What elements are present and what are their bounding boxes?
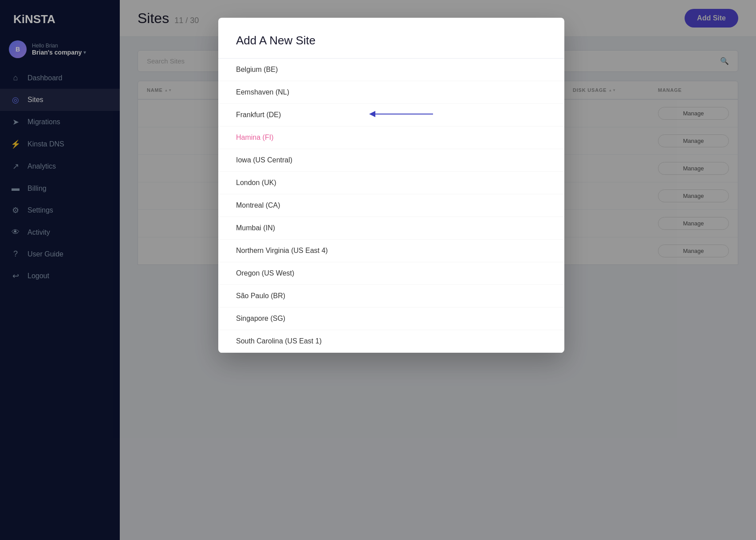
location-item-northern-virginia[interactable]: Northern Virginia (US East 4) bbox=[218, 240, 564, 262]
location-item-eemshaven[interactable]: Eemshaven (NL) bbox=[218, 81, 564, 104]
modal-header: Add A New Site bbox=[218, 18, 564, 58]
modal-body: Belgium (BE)Eemshaven (NL)Frankfurt (DE)… bbox=[218, 58, 564, 353]
location-item-oregon[interactable]: Oregon (US West) bbox=[218, 262, 564, 285]
location-item-mumbai[interactable]: Mumbai (IN) bbox=[218, 217, 564, 240]
location-item-sao-paulo[interactable]: São Paulo (BR) bbox=[218, 285, 564, 307]
location-item-hamina[interactable]: Hamina (FI) bbox=[218, 126, 564, 149]
location-item-singapore[interactable]: Singapore (SG) bbox=[218, 307, 564, 330]
location-item-iowa[interactable]: Iowa (US Central) bbox=[218, 149, 564, 172]
location-item-montreal[interactable]: Montreal (CA) bbox=[218, 194, 564, 217]
add-site-modal: Add A New Site Belgium (BE)Eemshaven (NL… bbox=[218, 18, 564, 353]
modal-overlay[interactable]: Add A New Site Belgium (BE)Eemshaven (NL… bbox=[0, 0, 756, 540]
location-item-belgium[interactable]: Belgium (BE) bbox=[218, 59, 564, 81]
location-item-london[interactable]: London (UK) bbox=[218, 172, 564, 194]
modal-title: Add A New Site bbox=[236, 34, 547, 47]
location-list-container[interactable]: Belgium (BE)Eemshaven (NL)Frankfurt (DE)… bbox=[218, 58, 564, 353]
location-list: Belgium (BE)Eemshaven (NL)Frankfurt (DE)… bbox=[218, 59, 564, 353]
location-item-south-carolina[interactable]: South Carolina (US East 1) bbox=[218, 330, 564, 353]
location-item-frankfurt[interactable]: Frankfurt (DE) bbox=[218, 104, 564, 126]
